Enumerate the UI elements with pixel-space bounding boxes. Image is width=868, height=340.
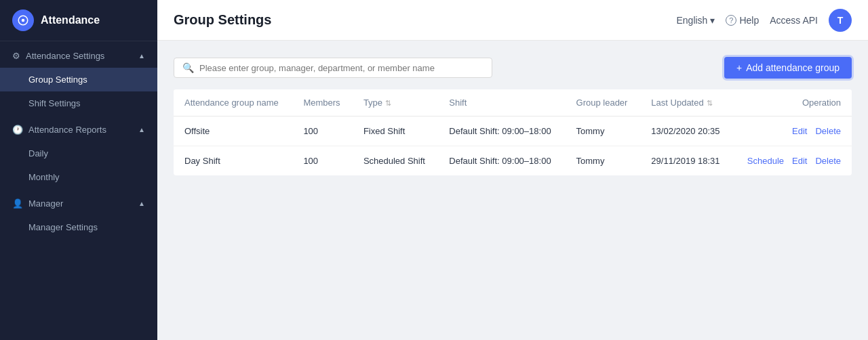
search-input[interactable] (199, 63, 484, 73)
sidebar-item-daily[interactable]: Daily (0, 142, 157, 165)
operation-edit-link[interactable]: Edit (792, 126, 807, 136)
chevron-down-icon: ▾ (710, 15, 715, 26)
chevron-up-icon-manager: ▲ (138, 200, 145, 207)
svg-point-1 (22, 19, 25, 22)
settings-icon: ⚙ (12, 51, 20, 61)
cell-name: Day Shift (174, 146, 292, 176)
col-operation: Operation (733, 89, 852, 116)
app-name: Attendance (41, 14, 100, 26)
operation-schedule-link[interactable]: Schedule (747, 156, 784, 166)
operation-delete-link[interactable]: Delete (815, 156, 841, 166)
sidebar-item-shift-settings[interactable]: Shift Settings (0, 91, 157, 115)
col-last-updated[interactable]: Last Updated⇅ (640, 89, 733, 116)
sidebar-item-label-daily: Daily (28, 148, 48, 158)
section-label-attendance-reports: Attendance Reports (28, 125, 138, 135)
col-name: Attendance group name (174, 89, 292, 116)
user-avatar[interactable]: T (829, 9, 852, 32)
sidebar-section-header-manager[interactable]: 👤 Manager ▲ (0, 189, 157, 215)
sort-icon-type: ⇅ (385, 99, 391, 107)
col-members: Members (292, 89, 353, 116)
access-api-button[interactable]: Access API (770, 15, 818, 26)
sidebar-item-monthly[interactable]: Monthly (0, 165, 157, 189)
search-icon: 🔍 (182, 62, 194, 73)
language-selector[interactable]: English ▾ (676, 15, 715, 26)
sidebar-section-header-attendance-settings[interactable]: ⚙ Attendance Settings ▲ (0, 41, 157, 68)
toolbar-row: 🔍 + Add attendance group (174, 57, 852, 79)
sidebar-item-group-settings[interactable]: Group Settings (0, 68, 157, 91)
logo-icon (12, 9, 34, 31)
cell-members: 100 (292, 116, 353, 146)
cell-name: Offsite (174, 116, 292, 146)
topbar: Group Settings English ▾ ? Help Access A… (157, 0, 868, 41)
col-type[interactable]: Type⇅ (353, 89, 438, 116)
help-button[interactable]: ? Help (726, 15, 759, 26)
cell-last-updated: 13/02/2020 20:35 (640, 116, 733, 146)
sidebar-section-attendance-settings: ⚙ Attendance Settings ▲ Group Settings S… (0, 41, 157, 115)
cell-last-updated: 29/11/2019 18:31 (640, 146, 733, 176)
table-row: Offsite100Fixed ShiftDefault Shift: 09:0… (174, 116, 852, 146)
sidebar-item-manager-settings[interactable]: Manager Settings (0, 215, 157, 239)
sidebar: Attendance ⚙ Attendance Settings ▲ Group… (0, 0, 157, 340)
sidebar-item-label-group-settings: Group Settings (28, 75, 87, 85)
add-attendance-group-button[interactable]: + Add attendance group (724, 57, 852, 79)
sidebar-section-header-attendance-reports[interactable]: 🕐 Attendance Reports ▲ (0, 115, 157, 142)
sort-icon-last-updated: ⇅ (707, 99, 713, 107)
cell-group-leader: Tommy (566, 146, 641, 176)
chevron-up-icon-reports: ▲ (138, 126, 145, 133)
page-title: Group Settings (174, 12, 271, 28)
table-header-row: Attendance group name Members Type⇅ Shif… (174, 89, 852, 116)
chevron-up-icon: ▲ (138, 52, 145, 60)
cell-group-leader: Tommy (566, 116, 641, 146)
language-label: English (676, 15, 707, 26)
cell-members: 100 (292, 146, 353, 176)
sidebar-item-label-manager-settings: Manager Settings (28, 222, 98, 232)
cell-type: Scheduled Shift (353, 146, 438, 176)
cell-operation: EditDelete (733, 116, 852, 146)
section-label-attendance-settings: Attendance Settings (26, 51, 138, 61)
section-label-manager: Manager (28, 198, 138, 209)
col-shift: Shift (438, 89, 565, 116)
cell-shift: Default Shift: 09:00–18:00 (438, 116, 565, 146)
access-api-label: Access API (770, 15, 818, 26)
attendance-table: Attendance group name Members Type⇅ Shif… (174, 89, 852, 175)
person-icon: 👤 (12, 198, 23, 209)
col-group-leader: Group leader (566, 89, 641, 116)
plus-icon: + (736, 62, 742, 73)
content-area: 🔍 + Add attendance group Attendance grou… (157, 41, 868, 340)
help-circle-icon: ? (726, 15, 736, 26)
sidebar-item-label-monthly: Monthly (28, 172, 60, 182)
topbar-right: English ▾ ? Help Access API T (676, 9, 852, 32)
help-label: Help (739, 15, 759, 26)
operation-edit-link[interactable]: Edit (792, 156, 807, 166)
search-box: 🔍 (174, 58, 492, 78)
add-button-label: Add attendance group (746, 62, 840, 73)
cell-type: Fixed Shift (353, 116, 438, 146)
sidebar-logo: Attendance (0, 0, 157, 41)
sidebar-item-label-shift-settings: Shift Settings (28, 98, 81, 108)
main-content: Group Settings English ▾ ? Help Access A… (157, 0, 868, 340)
sidebar-section-attendance-reports: 🕐 Attendance Reports ▲ Daily Monthly (0, 115, 157, 189)
add-button-wrapper: + Add attendance group (724, 57, 852, 79)
operation-delete-link[interactable]: Delete (815, 126, 841, 136)
cell-shift: Default Shift: 09:00–18:00 (438, 146, 565, 176)
clock-icon: 🕐 (12, 125, 23, 135)
avatar-letter: T (837, 15, 844, 26)
table-row: Day Shift100Scheduled ShiftDefault Shift… (174, 146, 852, 176)
sidebar-section-manager: 👤 Manager ▲ Manager Settings (0, 189, 157, 239)
cell-operation: ScheduleEditDelete (733, 146, 852, 176)
